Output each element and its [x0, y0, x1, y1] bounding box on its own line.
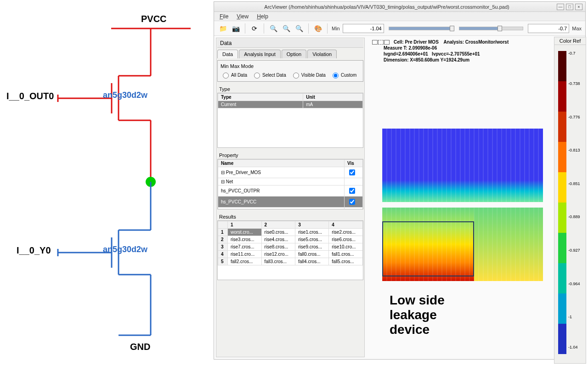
label-nmos-gate: I__0_Y0: [17, 245, 51, 255]
min-max-mode-label: Min Max Mode: [220, 63, 360, 69]
tree-row-n1[interactable]: hs_PVCC_OUTPR: [218, 186, 363, 197]
data-panel-header: Data: [217, 39, 363, 48]
heatmap-lower: [382, 208, 543, 281]
type-row-current[interactable]: CurrentmA: [218, 101, 363, 108]
type-section-title: Type: [217, 85, 363, 93]
tree-row-n3[interactable]: ls_GND_GND: [218, 208, 363, 210]
maximize-button[interactable]: □: [566, 4, 573, 10]
min-input[interactable]: [343, 24, 384, 33]
tree-row-n2[interactable]: hs_PVCC_PVCC: [218, 197, 363, 208]
palette-icon[interactable]: 🎨: [313, 23, 323, 34]
label-gnd: GND: [130, 342, 150, 352]
close-button[interactable]: ×: [575, 4, 582, 10]
tree-row-net[interactable]: ⊟ Net: [218, 178, 363, 186]
results-row-5[interactable]: 5fall2.cros...fall3.cros...fall4.cros...…: [218, 258, 363, 265]
label-nmos-model: an5g30d2w: [103, 245, 148, 254]
menu-help[interactable]: Help: [257, 13, 268, 20]
tab-analysis-input[interactable]: Analysis Input: [239, 50, 280, 58]
label-pvcc: PVCC: [141, 14, 167, 24]
radio-select-data[interactable]: Select Data: [252, 71, 286, 79]
zoom-fit-icon[interactable]: 🔍: [294, 23, 304, 34]
menubar: File View Help: [214, 12, 585, 21]
tab-data[interactable]: Data: [217, 50, 238, 58]
annotation-text: Low side leakage device: [390, 293, 445, 338]
property-tree: NameVis ⊟ Pre_Driver_MOS ⊟ Net hs_PVCC_O…: [218, 159, 363, 209]
radio-custom[interactable]: Custom: [330, 71, 356, 79]
leakage-highlight-box: [382, 221, 474, 276]
menu-file[interactable]: File: [220, 13, 228, 20]
zoom-out-icon[interactable]: 🔍: [281, 23, 291, 34]
heatmap-viewport[interactable]: [382, 129, 543, 287]
label-pmos-gate: I__0_OUT0: [6, 91, 54, 101]
colorbar: [558, 51, 566, 354]
results-table: 1234 1worst.cro...rise0.cros...rise1.cro…: [218, 221, 363, 265]
tab-option[interactable]: Option: [282, 50, 306, 58]
max-slider[interactable]: [459, 27, 523, 30]
min-label: Min: [332, 26, 340, 31]
results-row-3[interactable]: 3rise7.cros...rise8.cros...rise9.cros...…: [218, 243, 363, 251]
toolbar: 📁 📷 ⟳ 🔍 🔍 🔍 🎨 Min Max: [214, 21, 585, 36]
heatmap-upper: [382, 129, 543, 202]
property-section-title: Property: [217, 152, 363, 159]
refresh-icon[interactable]: ⟳: [249, 23, 260, 34]
label-pmos-model: an5g30d2w: [103, 90, 148, 100]
window-title: ArcViewer (/home/shinhua/shinhua/polas/V…: [217, 4, 557, 10]
radio-all-data[interactable]: All Data: [220, 71, 247, 79]
results-row-1[interactable]: 1worst.cro...rise0.cros...rise1.cros...r…: [218, 229, 363, 236]
type-table: TypeUnit CurrentmA: [218, 93, 363, 108]
svg-rect-19: [382, 129, 543, 202]
svg-rect-56: [474, 208, 543, 281]
colorbar-labels: -0.7 -0.738 -0.776 -0.813 -0.851 -0.889 …: [568, 51, 585, 354]
results-section-title: Results: [217, 213, 363, 220]
color-reference-panel: Color Ref -0.7 -0.738 -0.776 -0.813 -0.8…: [554, 37, 586, 364]
info-overlay: Cell: Pre Driver MOS Analysis: CrossMoni…: [372, 39, 509, 63]
max-label: Max: [572, 26, 582, 31]
results-row-4[interactable]: 4rise11.cro...rise12.cro...fall0.cros...…: [218, 251, 363, 258]
results-row-2[interactable]: 2rise3.cros...rise4.cros...rise5.cros...…: [218, 236, 363, 243]
minimize-button[interactable]: —: [557, 4, 564, 10]
menu-view[interactable]: View: [237, 13, 249, 20]
max-input[interactable]: [528, 24, 569, 33]
open-folder-icon[interactable]: 📁: [218, 23, 228, 34]
snapshot-icon[interactable]: 📷: [231, 23, 241, 34]
tree-row-root[interactable]: ⊟ Pre_Driver_MOS: [218, 167, 363, 178]
titlebar[interactable]: ArcViewer (/home/shinhua/shinhua/polas/V…: [214, 2, 585, 12]
tab-violation[interactable]: Violation: [307, 50, 337, 58]
schematic-panel: PVCC GND I__0_OUT0 I__0_Y0 an5g30d2w an5…: [0, 0, 209, 366]
color-ref-title: Color Ref: [554, 37, 586, 45]
min-slider[interactable]: [389, 27, 453, 30]
radio-visible-data[interactable]: Visible Data: [291, 71, 326, 79]
zoom-in-icon[interactable]: 🔍: [268, 23, 278, 34]
